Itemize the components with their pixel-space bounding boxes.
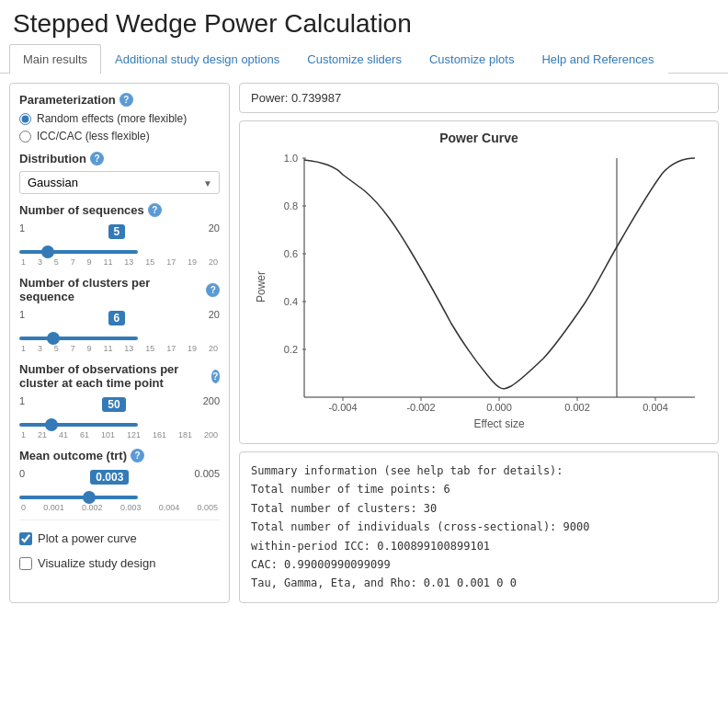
mean-outcome-value: 0.003 — [90, 470, 129, 485]
num-clusters-label: Number of clusters per sequence ? — [19, 276, 220, 303]
num-observations-slider-container: 1 50 200 1214161101121161181200 — [19, 395, 220, 439]
summary-line-4: CAC: 0.99000990099099 — [251, 555, 707, 574]
radio-random-effects[interactable]: Random effects (more flexible) — [19, 112, 220, 125]
num-sequences-slider[interactable] — [19, 250, 138, 254]
num-clusters-value: 6 — [108, 311, 126, 325]
svg-text:0.4: 0.4 — [284, 296, 298, 307]
num-observations-slider[interactable] — [19, 423, 138, 427]
right-panel: Power: 0.739987 Power Curve 1.0 0.8 0.6 … — [239, 83, 719, 603]
tab-customize-sliders[interactable]: Customize sliders — [293, 44, 415, 74]
visualize-design-label: Visualize study design — [38, 556, 155, 570]
main-content: Parameterization ? Random effects (more … — [0, 74, 728, 612]
num-sequences-value: 5 — [108, 224, 126, 239]
distribution-select[interactable]: Gaussian Binomial Poisson — [19, 171, 220, 194]
num-clusters-slider-container: 1 6 20 13579111315171920 — [19, 309, 220, 353]
tab-main-results[interactable]: Main results — [9, 44, 101, 74]
chart-container: Power Curve 1.0 0.8 0.6 0.4 0.2 — [239, 120, 719, 444]
summary-line-2: Total number of individuals (cross-secti… — [251, 518, 707, 536]
num-sequences-min: 1 — [19, 223, 25, 241]
num-observations-label: Number of observations per cluster at ea… — [19, 362, 220, 390]
num-clusters-help-icon[interactable]: ? — [206, 283, 220, 297]
svg-text:Effect size: Effect size — [473, 417, 524, 430]
summary-box: Summary information (see help tab for de… — [239, 451, 719, 603]
svg-text:0.002: 0.002 — [564, 402, 590, 413]
plot-power-checkbox[interactable] — [19, 532, 32, 545]
power-value: Power: 0.739987 — [251, 91, 341, 105]
tab-additional-options[interactable]: Additional study design options — [101, 44, 293, 74]
num-sequences-help-icon[interactable]: ? — [148, 203, 162, 217]
summary-line-3: within-period ICC: 0.100899100899101 — [251, 537, 707, 555]
svg-text:0.8: 0.8 — [284, 200, 298, 211]
num-clusters-min: 1 — [19, 309, 25, 327]
svg-text:0.6: 0.6 — [284, 248, 298, 259]
parameterization-help-icon[interactable]: ? — [119, 93, 133, 107]
summary-line-5: Tau, Gamma, Eta, and Rho: 0.01 0.001 0 0 — [251, 574, 707, 592]
parameterization-label: Parameterization ? — [19, 93, 220, 107]
bottom-options: Plot a power curve Visualize study desig… — [19, 519, 220, 576]
mean-outcome-slider[interactable] — [19, 496, 138, 499]
power-display: Power: 0.739987 — [239, 83, 719, 113]
power-curve-chart: 1.0 0.8 0.6 0.4 0.2 Power -0.004 — [254, 149, 704, 434]
svg-text:0.2: 0.2 — [284, 344, 298, 355]
num-clusters-max: 20 — [209, 309, 220, 327]
num-observations-max: 200 — [203, 395, 220, 414]
svg-text:-0.002: -0.002 — [406, 402, 435, 413]
distribution-label: Distribution ? — [19, 152, 220, 165]
num-observations-min: 1 — [19, 395, 25, 414]
mean-outcome-max: 0.005 — [194, 468, 220, 486]
visualize-design-checkbox-row[interactable]: Visualize study design — [19, 551, 220, 576]
summary-line-0: Total number of time points: 6 — [251, 480, 707, 498]
num-sequences-label: Number of sequences ? — [19, 203, 220, 217]
plot-power-label: Plot a power curve — [38, 531, 137, 545]
num-sequences-max: 20 — [209, 223, 220, 241]
num-sequences-slider-container: 1 5 20 13579111315171920 — [19, 223, 220, 267]
parameterization-options: Random effects (more flexible) ICC/CAC (… — [19, 112, 220, 143]
svg-text:Power: Power — [255, 271, 267, 302]
radio-icc-cac[interactable]: ICC/CAC (less flexible) — [19, 130, 220, 143]
svg-text:0.000: 0.000 — [486, 402, 512, 413]
num-observations-help-icon[interactable]: ? — [211, 370, 220, 383]
num-clusters-slider[interactable] — [19, 337, 138, 340]
mean-outcome-slider-container: 0 0.003 0.005 00.0010.0020.0030.0040.005 — [19, 468, 220, 512]
summary-header: Summary information (see help tab for de… — [251, 462, 707, 480]
summary-line-1: Total number of clusters: 30 — [251, 499, 707, 518]
distribution-dropdown-wrapper: Gaussian Binomial Poisson ▼ — [19, 171, 220, 194]
num-sequences-ticks: 13579111315171920 — [19, 257, 220, 267]
mean-outcome-min: 0 — [19, 468, 25, 486]
distribution-help-icon[interactable]: ? — [90, 152, 104, 165]
page-title: Stepped Wedge Power Calculation — [0, 0, 728, 44]
tab-help-references[interactable]: Help and References — [528, 44, 667, 74]
mean-outcome-ticks: 00.0010.0020.0030.0040.005 — [19, 503, 220, 512]
mean-outcome-label: Mean outcome (trt) ? — [19, 449, 220, 462]
mean-outcome-help-icon[interactable]: ? — [131, 449, 144, 462]
tab-bar: Main results Additional study design opt… — [0, 44, 728, 74]
chart-title: Power Curve — [249, 131, 709, 145]
svg-text:0.004: 0.004 — [643, 402, 668, 413]
num-clusters-ticks: 13579111315171920 — [19, 344, 220, 353]
num-observations-ticks: 1214161101121161181200 — [19, 430, 220, 439]
num-observations-value: 50 — [102, 397, 125, 412]
left-panel: Parameterization ? Random effects (more … — [9, 83, 230, 603]
svg-text:-0.004: -0.004 — [328, 402, 357, 413]
svg-text:1.0: 1.0 — [284, 153, 298, 164]
visualize-design-checkbox[interactable] — [19, 557, 32, 570]
tab-customize-plots[interactable]: Customize plots — [415, 44, 528, 74]
plot-power-checkbox-row[interactable]: Plot a power curve — [19, 526, 220, 551]
